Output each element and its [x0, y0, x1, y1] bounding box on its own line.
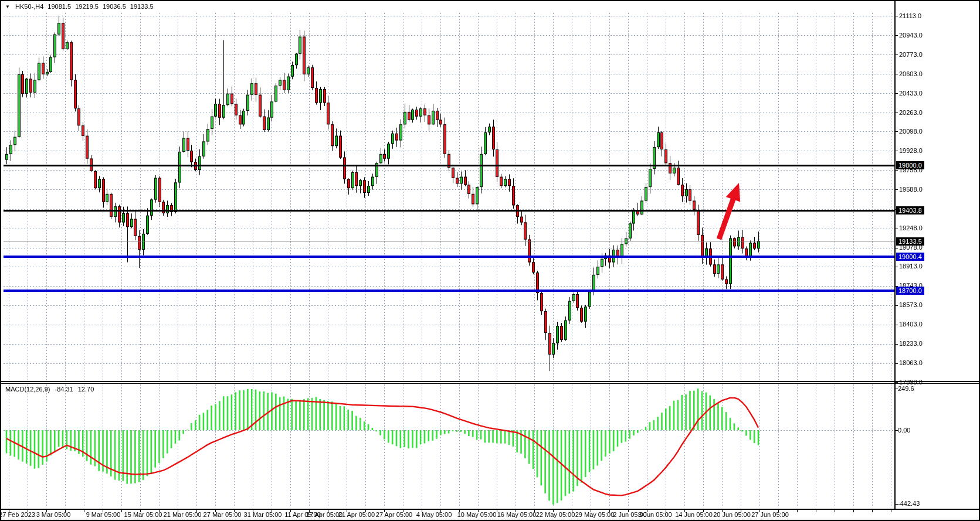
- time-axis-label: 27 Jun 05:00: [751, 511, 789, 518]
- price-axis-tick-label: 18233.0: [899, 340, 923, 348]
- price-axis-separator: [894, 1, 896, 509]
- macd-axis-tick-label: 249.6: [898, 385, 914, 393]
- time-axis-label: 27 Apr 05:00: [376, 511, 412, 518]
- time-axis-label: 4 May 05:00: [416, 511, 452, 518]
- price-axis-tick-label: 18063.0: [899, 359, 923, 367]
- price-chart-canvas[interactable]: [1, 1, 980, 521]
- macd-name: MACD(12,26,9): [5, 386, 50, 393]
- ohlc-low: 19036.5: [103, 3, 126, 10]
- time-axis-label: 21 Mar 05:00: [164, 511, 202, 518]
- macd-main-value: -84.31: [55, 386, 73, 393]
- price-tag: 19800.0: [896, 161, 924, 169]
- horizontal-level-line[interactable]: [4, 290, 894, 292]
- time-axis-label: 17 Apr 05:00: [306, 511, 343, 518]
- time-axis-label: 3 Mar 05:00: [36, 511, 71, 518]
- time-axis-label: 22 May 05:00: [536, 511, 575, 518]
- macd-indicator-label: MACD(12,26,9) -84.31 12.70: [5, 386, 97, 393]
- time-axis-line: [1, 509, 980, 510]
- time-axis-label: 10 May 05:00: [457, 511, 497, 518]
- ohlc-high: 19219.5: [75, 3, 99, 10]
- price-axis-tick-label: 18403.0: [899, 321, 923, 328]
- horizontal-level-line[interactable]: [4, 210, 894, 212]
- price-axis-tick-label: 20603.0: [899, 70, 923, 78]
- price-tag: 19403.8: [896, 206, 924, 214]
- time-axis-label: 21 Apr 05:00: [338, 511, 375, 518]
- price-axis-tick-label: 19248.0: [899, 224, 923, 232]
- time-axis-label: 9 Mar 05:00: [86, 511, 121, 518]
- price-axis-tick-label: 20773.0: [899, 51, 923, 59]
- ohlc-open: 19081.5: [48, 3, 71, 10]
- price-axis-tick-label: 18913.0: [899, 263, 923, 270]
- price-tag: 19000.4: [896, 253, 924, 261]
- time-axis-label: 14 Jun 05:00: [675, 511, 713, 518]
- chevron-down-icon[interactable]: ▼: [5, 4, 10, 9]
- price-tag: 19133.5: [896, 237, 924, 246]
- horizontal-level-line[interactable]: [4, 165, 894, 166]
- price-axis-tick-label: 18573.0: [899, 301, 923, 309]
- price-axis-tick-label: 19588.0: [899, 186, 923, 193]
- symbol-timeframe-label: HK50-,H4: [15, 3, 43, 10]
- price-axis-tick-label: 19928.0: [899, 147, 923, 155]
- macd-signal-value: 12.70: [78, 386, 94, 393]
- time-axis-label: 31 Mar 05:00: [244, 511, 282, 518]
- time-axis-label: 27 Feb 2023: [0, 511, 35, 518]
- price-axis-tick-label: 20098.0: [899, 128, 923, 135]
- price-axis-tick-label: 21113.0: [899, 12, 921, 20]
- time-axis-label: 20 Jun 05:00: [713, 511, 751, 518]
- time-axis-label: 15 Mar 05:00: [124, 511, 162, 518]
- time-axis-label: 8 Jun 05:00: [638, 511, 672, 518]
- price-tag: 18700.0: [896, 287, 924, 295]
- panel-divider[interactable]: [1, 381, 980, 382]
- price-axis-tick-label: 20263.0: [899, 109, 923, 117]
- ohlc-close: 19133.5: [130, 3, 154, 10]
- macd-axis-tick-label: -442.43: [898, 500, 920, 508]
- panel-divider-lower: [1, 383, 980, 384]
- current-price-line: [4, 241, 894, 241]
- footer-strip: [1, 519, 980, 521]
- macd-axis-tick-label: 0.00: [898, 427, 910, 434]
- chart-window: ▼ HK50-,H4 19081.5 19219.5 19036.5 19133…: [0, 0, 980, 521]
- price-axis-tick-label: 20943.0: [899, 32, 923, 39]
- time-axis-label: 16 May 05:00: [497, 511, 537, 518]
- horizontal-level-line[interactable]: [4, 256, 894, 258]
- price-axis-tick-label: 20433.0: [899, 90, 923, 97]
- chart-title: ▼ HK50-,H4 19081.5 19219.5 19036.5 19133…: [5, 3, 156, 10]
- time-axis-label: 29 May 05:00: [575, 511, 615, 518]
- time-axis-label: 27 Mar 05:00: [204, 511, 242, 518]
